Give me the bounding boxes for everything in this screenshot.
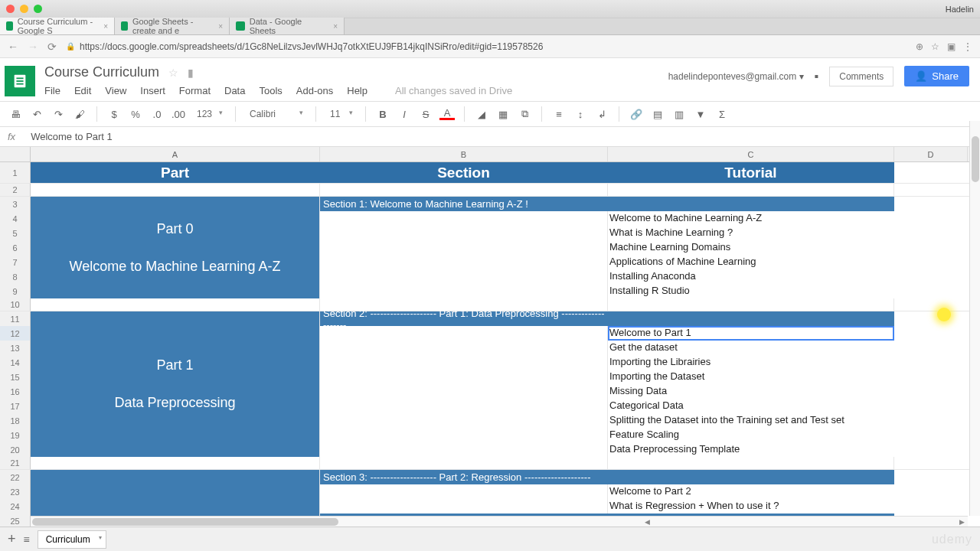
col-header-c[interactable]: C bbox=[608, 147, 894, 161]
header-part[interactable]: Part bbox=[31, 162, 320, 183]
cell[interactable] bbox=[894, 197, 968, 298]
col-header-b[interactable]: B bbox=[320, 147, 608, 161]
cell[interactable] bbox=[320, 326, 608, 457]
tutorial-cell[interactable]: Get the dataset bbox=[608, 341, 894, 355]
row-header[interactable]: 1 bbox=[0, 162, 31, 183]
font-size-select[interactable]: 11 bbox=[325, 107, 356, 121]
vertical-scrollbar[interactable] bbox=[969, 121, 980, 516]
row-header[interactable]: 8 bbox=[0, 269, 31, 284]
decimal-increase-icon[interactable]: .00 bbox=[171, 109, 186, 120]
bold-icon[interactable]: B bbox=[375, 109, 390, 120]
scrollbar-thumb[interactable] bbox=[972, 136, 979, 182]
add-sheet-icon[interactable]: + bbox=[8, 531, 16, 547]
close-tab-icon[interactable]: × bbox=[103, 22, 108, 31]
spreadsheet-grid[interactable]: A B C D 1 Part Section Tutorial 2 3 4 5 … bbox=[0, 147, 980, 545]
comments-button[interactable]: Comments bbox=[829, 67, 893, 86]
tutorial-cell[interactable]: Applications of Machine Learning bbox=[608, 255, 894, 269]
row-header[interactable]: 9 bbox=[0, 284, 31, 298]
wrap-icon[interactable]: ↲ bbox=[594, 109, 609, 120]
forward-icon[interactable]: → bbox=[28, 41, 38, 53]
reload-icon[interactable]: ⟳ bbox=[47, 41, 57, 53]
part0-label-block[interactable]: Part 0 Welcome to Machine Learning A-Z bbox=[31, 197, 320, 298]
section1-header[interactable]: Section 1: Welcome to Machine Learning A… bbox=[320, 197, 608, 211]
star-icon[interactable]: ☆ bbox=[931, 41, 939, 52]
undo-icon[interactable]: ↶ bbox=[29, 109, 44, 120]
row-header[interactable]: 22 bbox=[0, 470, 31, 484]
cell[interactable] bbox=[608, 298, 894, 311]
tutorial-cell-active[interactable]: Welcome to Part 1 bbox=[608, 326, 894, 341]
section2-header[interactable]: Section 2: -------------------- Part 1: … bbox=[320, 311, 608, 326]
cell[interactable] bbox=[894, 311, 968, 457]
strike-icon[interactable]: S bbox=[418, 109, 433, 120]
menu-addons[interactable]: Add-ons bbox=[296, 85, 333, 96]
back-icon[interactable]: ← bbox=[8, 41, 18, 53]
filter-icon[interactable]: ▼ bbox=[693, 109, 708, 120]
row-header[interactable]: 16 bbox=[0, 384, 31, 399]
cell[interactable] bbox=[608, 197, 894, 211]
share-button[interactable]: 👤Share bbox=[904, 66, 969, 86]
tutorial-cell[interactable]: Welcome to Machine Learning A-Z bbox=[608, 211, 894, 226]
text-color-icon[interactable]: A bbox=[439, 109, 455, 120]
menu-file[interactable]: File bbox=[44, 85, 60, 96]
menu-view[interactable]: View bbox=[105, 85, 126, 96]
menu-insert[interactable]: Insert bbox=[140, 85, 165, 96]
row-header[interactable]: 17 bbox=[0, 399, 31, 413]
merge-icon[interactable]: ⧉ bbox=[517, 108, 532, 120]
row-header[interactable]: 7 bbox=[0, 255, 31, 269]
close-tab-icon[interactable]: × bbox=[218, 22, 223, 31]
tutorial-cell[interactable]: Splitting the Dataset into the Training … bbox=[608, 413, 894, 428]
row-header[interactable]: 21 bbox=[0, 457, 31, 469]
cell[interactable] bbox=[894, 457, 968, 469]
tutorial-cell[interactable]: Machine Learning Domains bbox=[608, 240, 894, 255]
cell[interactable] bbox=[31, 184, 320, 196]
tutorial-cell[interactable]: Welcome to Part 2 bbox=[608, 484, 894, 499]
paint-format-icon[interactable]: 🖌 bbox=[72, 109, 87, 120]
menu-format[interactable]: Format bbox=[179, 85, 211, 96]
currency-icon[interactable]: $ bbox=[106, 109, 122, 120]
format-more-dropdown[interactable]: 123 bbox=[192, 107, 226, 121]
chat-icon[interactable]: ▪ bbox=[815, 70, 819, 83]
row-header[interactable]: 12 bbox=[0, 326, 31, 341]
percent-icon[interactable]: % bbox=[128, 109, 143, 120]
browser-tab[interactable]: Google Sheets - create and e × bbox=[115, 18, 230, 34]
cell[interactable] bbox=[608, 457, 894, 469]
scroll-left-icon[interactable]: ◀ bbox=[642, 518, 653, 526]
cell[interactable] bbox=[31, 457, 320, 469]
menu-tools[interactable]: Tools bbox=[259, 85, 282, 96]
minimize-window-icon[interactable] bbox=[20, 5, 28, 13]
row-header[interactable]: 19 bbox=[0, 428, 31, 442]
row-header[interactable]: 14 bbox=[0, 355, 31, 370]
tutorial-cell[interactable]: Data Preprocessing Template bbox=[608, 442, 894, 457]
select-all-corner[interactable] bbox=[0, 147, 31, 161]
row-header[interactable]: 18 bbox=[0, 413, 31, 428]
browser-tab[interactable]: Course Curriculum - Google S × bbox=[0, 18, 115, 34]
doc-title[interactable]: Course Curriculum bbox=[44, 64, 159, 80]
cell[interactable] bbox=[31, 298, 320, 311]
font-select[interactable]: Calibri bbox=[245, 107, 306, 121]
col-header-a[interactable]: A bbox=[31, 147, 320, 161]
borders-icon[interactable]: ▦ bbox=[495, 109, 511, 120]
menu-icon[interactable]: ⋮ bbox=[963, 41, 972, 52]
cell[interactable] bbox=[894, 298, 968, 311]
tutorial-cell[interactable]: Categorical Data bbox=[608, 399, 894, 413]
cell[interactable] bbox=[320, 211, 608, 298]
close-tab-icon[interactable]: × bbox=[333, 22, 338, 31]
row-header[interactable]: 4 bbox=[0, 211, 31, 226]
star-doc-icon[interactable]: ☆ bbox=[168, 67, 178, 79]
cell[interactable] bbox=[320, 457, 608, 469]
decimal-decrease-icon[interactable]: .0 bbox=[149, 109, 165, 120]
row-header[interactable]: 5 bbox=[0, 226, 31, 240]
header-tutorial[interactable]: Tutorial bbox=[608, 162, 894, 183]
url-field[interactable]: 🔒 https://docs.google.com/spreadsheets/d… bbox=[66, 41, 906, 52]
row-header[interactable]: 15 bbox=[0, 370, 31, 384]
row-header[interactable]: 23 bbox=[0, 484, 31, 499]
comment-icon[interactable]: ▤ bbox=[650, 109, 665, 120]
menu-edit[interactable]: Edit bbox=[74, 85, 91, 96]
tutorial-cell[interactable]: What is Regression + When to use it ? bbox=[608, 499, 894, 514]
tutorial-cell[interactable]: Installing R Studio bbox=[608, 284, 894, 298]
row-header[interactable]: 6 bbox=[0, 240, 31, 255]
formula-bar[interactable]: fx Welcome to Part 1 bbox=[0, 127, 980, 147]
part1-label-block[interactable]: Part 1 Data Preprocessing bbox=[31, 311, 320, 457]
row-header[interactable]: 3 bbox=[0, 197, 31, 211]
maximize-window-icon[interactable] bbox=[34, 5, 42, 13]
